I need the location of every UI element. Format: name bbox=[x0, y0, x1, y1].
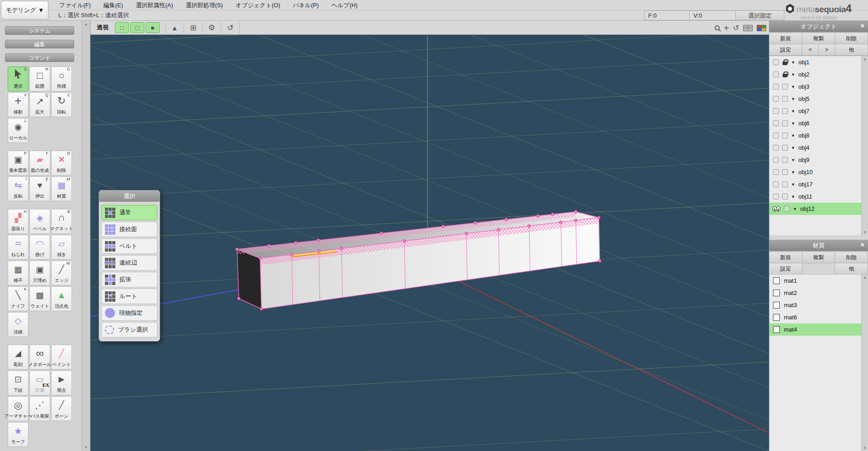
quad-view-color-icon[interactable] bbox=[757, 25, 766, 31]
lock-checkbox[interactable] bbox=[784, 206, 790, 212]
object-row[interactable]: ▼obj7 bbox=[769, 105, 862, 117]
edge-mode-button[interactable]: □ bbox=[130, 22, 144, 33]
tool-weight[interactable]: ▩ウェイト bbox=[29, 286, 50, 311]
quad-view-color-button[interactable] bbox=[757, 25, 766, 31]
orbit-button[interactable]: ↺ bbox=[733, 24, 739, 32]
tool-scale[interactable]: ↗Q拡大 bbox=[29, 92, 50, 117]
object-prev-button[interactable]: < bbox=[802, 44, 819, 56]
visibility-checkbox[interactable] bbox=[773, 71, 779, 77]
tool-move[interactable]: +V移動 bbox=[8, 92, 28, 117]
object-other-button[interactable]: 他 bbox=[835, 44, 868, 56]
visibility-checkbox[interactable] bbox=[773, 59, 779, 65]
object-settings-button[interactable]: 設定 bbox=[769, 44, 802, 56]
scroll-down-icon[interactable]: ▼ bbox=[862, 230, 868, 234]
tool-bone[interactable]: ╱ボーン bbox=[51, 396, 72, 421]
object-list-scrollbar[interactable]: ▲ ▼ bbox=[861, 56, 868, 235]
tool-viewpoint[interactable]: ▶視点 bbox=[51, 370, 72, 395]
visibility-checkbox[interactable] bbox=[773, 145, 779, 151]
material-duplicate-button[interactable]: 複製 bbox=[802, 252, 835, 263]
front-faces-button[interactable]: ▲ bbox=[166, 22, 184, 34]
tool-normal[interactable]: ◇法線 bbox=[8, 312, 28, 337]
tool-create-face[interactable]: ▰F面の生成 bbox=[29, 151, 50, 176]
object-row[interactable]: ▼obj17 bbox=[769, 178, 862, 190]
selection-mode-normal[interactable]: 通常 bbox=[101, 205, 157, 220]
tool-edge[interactable]: ╱Wエッジ bbox=[51, 261, 72, 285]
visibility-checkbox[interactable] bbox=[773, 96, 779, 102]
tool-material[interactable]: ▦M材質 bbox=[51, 176, 72, 201]
selection-panel-title[interactable]: 選択 bbox=[99, 190, 160, 202]
quad-view-button[interactable] bbox=[743, 25, 753, 31]
lock-checkbox[interactable] bbox=[782, 157, 788, 163]
object-row[interactable]: ▼obj3 bbox=[769, 81, 862, 93]
tool-armature[interactable]: ◎アーマチャー bbox=[8, 396, 28, 421]
expand-triangle-icon[interactable]: ▼ bbox=[791, 60, 795, 65]
visibility-checkbox[interactable] bbox=[773, 157, 779, 163]
expand-triangle-icon[interactable]: ▼ bbox=[791, 158, 795, 162]
menu-item[interactable]: 選択部処理(S) bbox=[186, 1, 223, 9]
tool-primitive[interactable]: ▣P基本図形 bbox=[8, 151, 28, 176]
tool-knife[interactable]: ╲Kナイフ bbox=[8, 286, 28, 311]
scroll-up-icon[interactable]: ▲ bbox=[862, 57, 868, 61]
zoom-icon[interactable] bbox=[715, 25, 720, 30]
mode-dropdown[interactable]: モデリング ▼ bbox=[1, 1, 48, 19]
scroll-down-icon[interactable]: ▼ bbox=[82, 446, 90, 450]
object-next-button[interactable]: > bbox=[818, 44, 835, 56]
object-panel-header[interactable]: オブジェクト × bbox=[769, 21, 868, 32]
tool-measure[interactable]: ▭EX計測 bbox=[29, 370, 50, 395]
expand-triangle-icon[interactable]: ▼ bbox=[791, 195, 795, 199]
tool-rotate[interactable]: ↻C回転 bbox=[51, 92, 72, 117]
object-row[interactable]: ▼obj9 bbox=[769, 154, 862, 166]
lock-icon[interactable] bbox=[782, 71, 788, 77]
object-row[interactable]: ▼obj11 bbox=[769, 190, 862, 203]
scroll-up-icon[interactable]: ▲ bbox=[862, 275, 868, 280]
lock-checkbox[interactable] bbox=[782, 120, 788, 126]
sidebar-scrollbar[interactable]: ▲ ▼ bbox=[82, 21, 90, 451]
selection-mode-pick-object[interactable]: 現物指定 bbox=[101, 305, 157, 321]
expand-triangle-icon[interactable]: ▼ bbox=[791, 109, 795, 114]
visibility-checkbox[interactable] bbox=[773, 194, 779, 199]
tool-delete[interactable]: ×D削除 bbox=[51, 151, 72, 176]
material-delete-button[interactable]: 削除 bbox=[835, 252, 868, 263]
gear-button[interactable]: ⚙ bbox=[203, 22, 221, 34]
selection-mode-expand[interactable]: 拡張 bbox=[101, 272, 157, 287]
menu-item[interactable]: オブジェクト(O) bbox=[236, 1, 280, 9]
tool-fill-hole[interactable]: ▣穴埋め bbox=[29, 261, 50, 285]
quad-view-icon[interactable] bbox=[743, 25, 753, 31]
tool-range[interactable]: □R範囲 bbox=[29, 66, 50, 91]
visibility-checkbox[interactable] bbox=[773, 108, 779, 114]
object-row[interactable]: ▼obj4 bbox=[769, 142, 862, 154]
menu-item[interactable]: 編集(E) bbox=[104, 1, 123, 9]
object-row[interactable]: ▼obj8 bbox=[769, 129, 862, 142]
tool-vertex-color[interactable]: ▲頂点色 bbox=[51, 286, 72, 311]
wireframe-cube-button[interactable]: ⊞ bbox=[184, 22, 203, 34]
lock-checkbox[interactable] bbox=[782, 84, 788, 90]
sidebar-section-2[interactable]: 編集 bbox=[5, 40, 74, 48]
object-row[interactable]: ▼obj1 bbox=[769, 56, 862, 68]
object-row[interactable]: ▼obj6 bbox=[769, 117, 862, 129]
tool-morph[interactable]: ★モーフ bbox=[8, 422, 28, 447]
tool-flip[interactable]: ⇋I反転 bbox=[8, 176, 28, 201]
object-new-button[interactable]: 新規 bbox=[769, 33, 802, 44]
expand-triangle-icon[interactable]: ▼ bbox=[791, 182, 795, 187]
sidebar-section-1[interactable]: システム bbox=[5, 26, 74, 35]
tool-path-clone[interactable]: ⋰パス複製 bbox=[29, 396, 50, 421]
expand-triangle-icon[interactable]: ▼ bbox=[791, 121, 795, 126]
expand-triangle-icon[interactable]: ▼ bbox=[791, 170, 795, 175]
scroll-up-icon[interactable]: ▲ bbox=[82, 22, 90, 26]
visibility-checkbox[interactable] bbox=[773, 181, 779, 187]
lock-checkbox[interactable] bbox=[782, 181, 788, 187]
selection-mode-route[interactable]: ↱ルート bbox=[101, 289, 157, 304]
visibility-eyes-icon[interactable] bbox=[773, 206, 781, 212]
tool-lattice[interactable]: ▦格子 bbox=[8, 261, 28, 285]
expand-triangle-icon[interactable]: ▼ bbox=[791, 72, 795, 77]
tool-local-axis[interactable]: ◉Lローカル bbox=[8, 118, 28, 143]
lock-icon[interactable] bbox=[782, 59, 788, 65]
lock-checkbox[interactable] bbox=[782, 194, 788, 199]
face-mode-button[interactable]: ■ bbox=[146, 22, 160, 33]
tool-lasso[interactable]: ○G投縄 bbox=[51, 66, 72, 91]
menu-item[interactable]: ヘルプ(H) bbox=[332, 1, 358, 9]
selection-mode-brush-select[interactable]: ブラシ選択 bbox=[101, 322, 157, 337]
material-new-button[interactable]: 新規 bbox=[769, 252, 802, 263]
lock-checkbox[interactable] bbox=[782, 169, 788, 175]
zoom-button[interactable] bbox=[715, 25, 720, 30]
